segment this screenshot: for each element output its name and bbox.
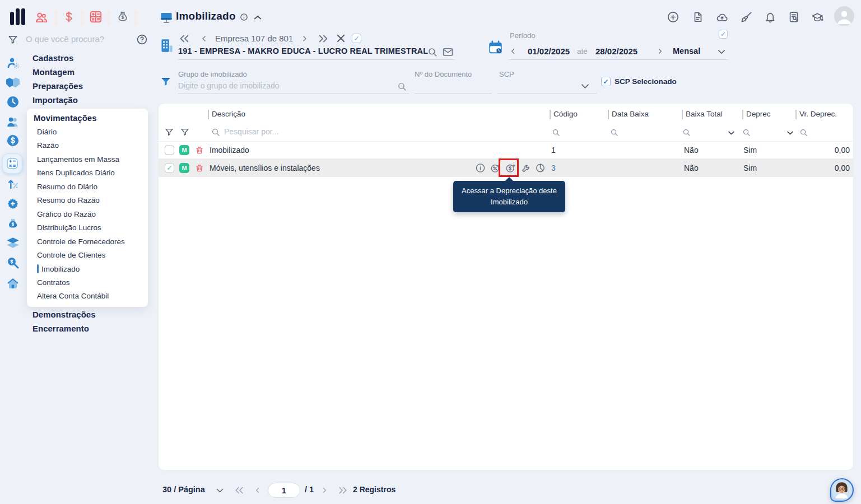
next-period-icon[interactable] <box>656 47 664 55</box>
column-header-deprec[interactable]: Deprec <box>746 110 771 118</box>
group-filter-input[interactable] <box>178 81 385 90</box>
column-header-descricao[interactable]: Descrição <box>212 110 245 118</box>
clean-icon[interactable] <box>740 11 753 24</box>
document-search-icon[interactable] <box>788 11 800 24</box>
money-bag-icon[interactable] <box>7 216 19 230</box>
page-size-chevron-icon[interactable] <box>216 488 224 493</box>
column-header-baixa-total[interactable]: Baixa Total <box>686 110 723 118</box>
scp-selected-checkbox[interactable] <box>601 77 611 86</box>
new-document-icon[interactable] <box>692 11 704 24</box>
scp-chevron-down-icon[interactable] <box>580 83 590 90</box>
clock-icon[interactable] <box>6 95 20 109</box>
period-end-date[interactable]: 28/02/2025 <box>595 46 637 56</box>
submenu-item-altera-conta-contabil[interactable]: Altera Conta Contábil <box>37 292 109 300</box>
company-search-icon[interactable] <box>427 47 438 57</box>
growth-percent-icon[interactable] <box>7 177 19 190</box>
people-icon[interactable] <box>6 115 20 129</box>
prev-period-icon[interactable] <box>509 47 517 55</box>
sidebar-item-montagem[interactable]: Montagem <box>32 67 75 77</box>
education-icon[interactable] <box>810 11 825 24</box>
group-search-icon[interactable] <box>397 82 407 91</box>
sidebar-item-cadastros[interactable]: Cadastros <box>32 53 73 63</box>
column-header-vr-deprec[interactable]: Vr. Deprec. <box>799 110 837 118</box>
next-company-icon[interactable] <box>300 34 309 43</box>
submenu-item-itens-duplicados-diario[interactable]: Itens Duplicados Diário <box>37 169 115 177</box>
layers-icon[interactable] <box>6 237 20 249</box>
first-page-icon[interactable] <box>234 486 245 494</box>
current-page-input[interactable] <box>273 486 295 495</box>
add-icon[interactable] <box>667 11 680 24</box>
baixa-total-search-icon[interactable] <box>682 128 691 137</box>
support-avatar[interactable] <box>830 478 854 502</box>
submenu-item-distribuicao-lucros[interactable]: Distribuição Lucros <box>37 223 101 232</box>
column-header-data-baixa[interactable]: Data Baixa <box>612 110 649 118</box>
table-row[interactable]: M Imobilizado 1 Não Sim 0,00 <box>159 141 853 159</box>
deprec-search-icon[interactable] <box>742 128 751 137</box>
deprec-chevron-icon[interactable] <box>786 130 794 136</box>
info-icon[interactable] <box>475 162 486 173</box>
info-icon[interactable] <box>240 13 248 21</box>
delete-icon[interactable] <box>195 163 204 172</box>
calculator-icon[interactable] <box>89 10 103 24</box>
submenu-item-lancamentos-em-massa[interactable]: Lançamentos em Massa <box>37 155 119 164</box>
makro-logo[interactable] <box>10 8 25 25</box>
column-header-codigo[interactable]: Código <box>553 110 578 118</box>
user-avatar[interactable] <box>834 6 854 26</box>
submenu-item-diario[interactable]: Diário <box>37 128 57 136</box>
last-company-icon[interactable] <box>317 34 329 43</box>
mail-icon[interactable] <box>443 48 453 57</box>
company-checkbox[interactable] <box>352 34 361 43</box>
dollar-circle-icon[interactable] <box>6 134 20 147</box>
last-page-icon[interactable] <box>337 486 348 494</box>
submenu-item-resumo-do-diario[interactable]: Resumo do Diário <box>37 183 97 191</box>
users-icon[interactable] <box>34 10 49 25</box>
chevron-up-icon[interactable] <box>253 14 262 21</box>
sidebar-item-importacao[interactable]: Importação <box>32 95 78 105</box>
cloud-upload-icon[interactable] <box>715 11 729 24</box>
submenu-item-grafico-do-razao[interactable]: Gráfico do Razão <box>37 210 96 218</box>
notifications-icon[interactable] <box>764 11 776 24</box>
data-baixa-search-icon[interactable] <box>610 128 618 137</box>
sidebar-item-encerramento[interactable]: Encerramento <box>32 324 89 333</box>
table-search-icon[interactable] <box>211 128 220 137</box>
table-funnel-icon[interactable] <box>165 128 174 137</box>
user-settings-icon[interactable] <box>6 56 20 69</box>
pie-chart-icon[interactable] <box>535 162 546 173</box>
codigo-search-icon[interactable] <box>552 128 560 137</box>
submenu-item-controle-de-fornecedores[interactable]: Controle de Fornecedores <box>37 237 125 246</box>
submenu-item-imobilizado-active[interactable]: Imobilizado <box>37 264 80 273</box>
next-page-icon[interactable] <box>320 486 329 494</box>
document-filter-input[interactable] <box>415 81 490 90</box>
table-funnel-clear-icon[interactable] <box>180 128 189 137</box>
sidebar-item-preparacoes[interactable]: Preparações <box>32 81 83 91</box>
filter-funnel-blue-icon[interactable] <box>160 76 171 87</box>
sidebar-item-demonstracoes[interactable]: Demonstrações <box>32 310 96 319</box>
currency-icon[interactable] <box>63 9 75 25</box>
submenu-item-contratos[interactable]: Contratos <box>37 278 70 287</box>
row-checkbox[interactable] <box>165 163 174 172</box>
submenu-item-resumo-do-razao[interactable]: Resumo do Razão <box>37 196 100 204</box>
sidebar-item-movimentacoes[interactable]: Movimentações <box>34 113 97 123</box>
money-bag-icon[interactable] <box>117 9 129 24</box>
vr-deprec-search-icon[interactable] <box>799 128 808 137</box>
tools-icon[interactable] <box>521 162 532 173</box>
close-icon[interactable] <box>337 34 345 43</box>
submenu-item-controle-de-clientes[interactable]: Controle de Clientes <box>37 251 105 259</box>
page-size-select[interactable]: 30 / Página <box>162 485 205 494</box>
filter-funnel-icon[interactable] <box>8 35 18 45</box>
period-interval-select[interactable]: Mensal <box>673 46 700 55</box>
submenu-item-razao[interactable]: Razão <box>37 141 59 150</box>
first-company-icon[interactable] <box>178 34 190 43</box>
baixa-total-chevron-icon[interactable] <box>728 130 735 136</box>
prev-page-icon[interactable] <box>253 486 262 494</box>
row-checkbox[interactable] <box>165 146 174 155</box>
period-checkbox[interactable] <box>719 30 728 39</box>
handshake-icon[interactable] <box>5 76 21 88</box>
search-audit-icon[interactable] <box>6 256 20 269</box>
global-search-input[interactable] <box>26 34 124 44</box>
gear-icon[interactable] <box>6 197 20 211</box>
period-start-date[interactable]: 01/02/2025 <box>528 46 570 56</box>
chevron-down-icon[interactable] <box>717 49 726 55</box>
home-icon[interactable] <box>6 277 20 290</box>
delete-icon[interactable] <box>195 146 204 155</box>
